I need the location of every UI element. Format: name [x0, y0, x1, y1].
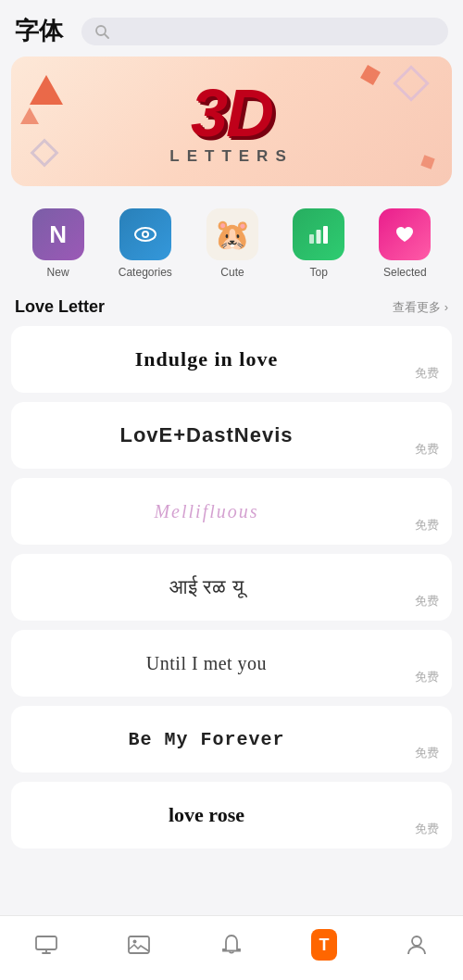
nav-label-top: Top	[310, 266, 328, 279]
font-card-rose[interactable]: love rose 免费	[11, 782, 452, 848]
font-card-indulge[interactable]: Indulge in love 免费	[11, 326, 452, 393]
svg-point-14	[412, 936, 421, 946]
diamond-decor-1	[30, 138, 58, 167]
tab-image[interactable]	[115, 928, 163, 961]
eye-icon	[131, 220, 159, 248]
tab-bar: T	[0, 915, 463, 980]
nav-item-new[interactable]: N New	[32, 208, 84, 279]
nav-item-selected[interactable]: Selected	[379, 208, 431, 279]
new-icon: N	[32, 208, 84, 260]
heart-icon	[392, 221, 418, 247]
page-title: 字体	[15, 15, 63, 47]
diamond-decor-2	[393, 65, 430, 102]
nav-label-selected: Selected	[383, 266, 427, 279]
monitor-icon	[34, 933, 58, 957]
font-card-melli[interactable]: Mellifluous 免费	[11, 478, 452, 545]
svg-point-12	[133, 939, 137, 943]
banner-3d-text: 3D	[191, 80, 272, 146]
svg-rect-8	[36, 936, 56, 949]
svg-rect-7	[323, 226, 328, 244]
free-badge-indulge: 免费	[402, 365, 452, 393]
cute-icon: 🐹	[206, 208, 258, 260]
triangle-decor-1	[30, 75, 63, 105]
cube-decor-1	[360, 65, 381, 85]
free-badge-bemy: 免费	[402, 745, 452, 773]
header: 字体	[0, 0, 463, 57]
bell-icon	[219, 933, 244, 957]
font-card-hindi[interactable]: आई रळ यू 免费	[11, 554, 452, 621]
svg-line-1	[105, 34, 108, 38]
banner: 3D LETTERS	[11, 57, 452, 186]
font-card-love[interactable]: LovE+DastNevis 免费	[11, 402, 452, 469]
triangle-decor-2	[20, 107, 39, 124]
font-name-until: Until I met you	[146, 653, 267, 674]
svg-rect-5	[309, 234, 314, 244]
free-badge-love: 免费	[402, 441, 452, 469]
svg-rect-11	[129, 936, 149, 953]
cube-decor-2	[420, 155, 434, 169]
chart-icon	[306, 221, 332, 247]
font-card-bemy[interactable]: Be My Forever 免费	[11, 706, 452, 773]
font-name-indulge: Indulge in love	[135, 347, 278, 371]
nav-item-cute[interactable]: 🐹 Cute	[206, 208, 258, 279]
tab-user[interactable]	[393, 928, 441, 961]
svg-rect-6	[317, 230, 321, 244]
svg-text:T: T	[319, 936, 330, 954]
font-name-bemy: Be My Forever	[128, 729, 284, 750]
svg-point-4	[144, 232, 147, 236]
banner-letters-text: LETTERS	[169, 147, 293, 166]
font-list: Indulge in love 免费 LovE+DastNevis 免费 Mel…	[0, 326, 463, 848]
font-name-love: LovE+DastNevis	[119, 423, 293, 447]
section-title: Love Letter	[15, 297, 105, 317]
selected-icon	[379, 208, 431, 260]
top-icon	[293, 208, 344, 260]
font-name-hindi: आई रळ यू	[169, 575, 243, 599]
tab-T[interactable]: T	[300, 928, 348, 961]
font-card-until[interactable]: Until I met you 免费	[11, 630, 452, 697]
categories-icon	[119, 208, 171, 260]
image-icon	[127, 933, 151, 957]
font-name-rose: love rose	[169, 803, 244, 827]
nav-label-categories: Categories	[119, 266, 172, 279]
tab-bell[interactable]	[207, 928, 256, 961]
T-icon: T	[314, 935, 334, 955]
search-icon	[94, 24, 109, 39]
user-icon	[405, 933, 429, 957]
font-name-melli: Mellifluous	[154, 501, 258, 522]
free-badge-hindi: 免费	[402, 593, 452, 621]
nav-label-new: New	[47, 266, 69, 279]
section-more-link[interactable]: 查看更多 ›	[393, 299, 448, 316]
free-badge-rose: 免费	[402, 821, 452, 848]
nav-item-categories[interactable]: Categories	[119, 208, 172, 279]
free-badge-until: 免费	[402, 669, 452, 697]
quick-nav: N New Categories 🐹 Cute Top	[0, 201, 463, 294]
section-header: Love Letter 查看更多 ›	[0, 294, 463, 326]
search-bar[interactable]	[81, 18, 448, 45]
nav-item-top[interactable]: Top	[293, 208, 344, 279]
free-badge-melli: 免费	[402, 517, 452, 545]
tab-monitor[interactable]	[22, 928, 70, 961]
nav-label-cute: Cute	[220, 266, 244, 279]
